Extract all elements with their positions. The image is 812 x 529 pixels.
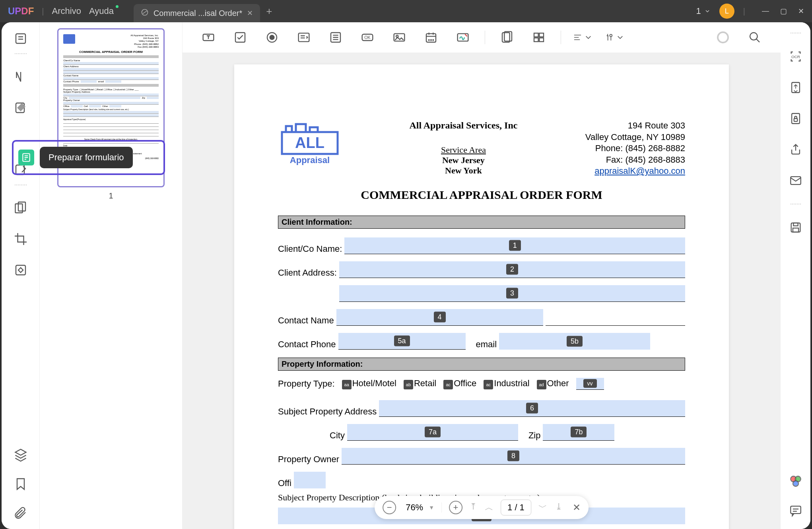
tab-file-icon [141, 8, 149, 18]
checkbox[interactable]: ab [404, 380, 413, 389]
settings-tool-icon[interactable] [605, 29, 625, 45]
label-zip: Zip [528, 430, 541, 441]
align-tool-icon[interactable] [573, 29, 593, 45]
label-client-addr: Client Address: [278, 268, 337, 278]
field-badge: 5a [394, 336, 410, 346]
layers-icon[interactable] [12, 446, 29, 463]
field-client-addr2[interactable]: 3 [339, 285, 685, 302]
logo: UPDF [8, 6, 34, 17]
tooltip-prepare-form: Preparar formulario [40, 147, 133, 168]
checkbox[interactable]: ac [484, 380, 493, 389]
field-badge: 4 [434, 312, 446, 323]
reader-tool-icon[interactable] [12, 30, 29, 47]
label-city: City [330, 430, 345, 441]
minimize-button[interactable]: — [762, 7, 769, 16]
next-page-icon[interactable]: ﹀ [538, 502, 547, 513]
tab-title: Commercial ...isal Order* [153, 9, 242, 18]
field-contact-phone[interactable]: 5a [338, 333, 466, 350]
tab-close-icon[interactable]: ✕ [247, 9, 253, 18]
field-other[interactable]: vv [576, 378, 604, 390]
field-zip[interactable]: 7b [543, 424, 614, 441]
maximize-button[interactable]: ▢ [780, 7, 787, 16]
left-toolbar-bottom [12, 446, 29, 522]
email-link[interactable]: appraisalK@yahoo.con [594, 166, 685, 176]
field-client-addr1[interactable]: 2 [339, 261, 685, 278]
comment-panel-icon[interactable] [788, 503, 804, 519]
dropdown-tool-icon[interactable] [294, 29, 314, 45]
attachment-icon[interactable] [12, 505, 29, 522]
protect-icon[interactable] [788, 111, 804, 126]
field-offi[interactable] [294, 472, 326, 488]
field-contact-email[interactable]: 5b [499, 333, 650, 350]
tools-icon[interactable] [12, 262, 29, 278]
search-icon[interactable] [745, 29, 765, 45]
email-icon[interactable] [788, 173, 804, 189]
color-logo-icon[interactable] [788, 473, 804, 489]
prev-page-icon[interactable]: ︿ [485, 502, 493, 513]
first-page-icon[interactable]: ⤒ [470, 502, 477, 513]
image-field-tool-icon[interactable] [389, 29, 409, 45]
share-icon[interactable] [788, 142, 804, 158]
close-zoom-bar[interactable]: ✕ [573, 502, 581, 513]
svg-point-36 [431, 40, 431, 41]
svg-rect-59 [794, 119, 797, 121]
field-client-name[interactable]: 1 [344, 237, 685, 254]
save-icon[interactable] [788, 220, 804, 235]
button-tool-icon[interactable]: OK [357, 29, 377, 45]
field-owner[interactable]: 8 [342, 448, 685, 465]
svg-rect-31 [426, 34, 436, 42]
grid-tool-icon[interactable] [529, 29, 549, 45]
zoom-bar: − 76% ▼ + ⤒ ︿ 1 / 1 ﹀ ⤓ ✕ [375, 496, 589, 519]
radio-tool-icon[interactable] [262, 29, 282, 45]
svg-text:ALL: ALL [295, 134, 324, 151]
document-container[interactable]: ALL Appraisal All Appraisal Services, In… [183, 53, 781, 529]
field-contact-name[interactable]: 4 [336, 309, 543, 326]
field-subj-addr[interactable]: 6 [379, 400, 685, 417]
tab[interactable]: Commercial ...isal Order* ✕ [134, 4, 260, 22]
fax: Fax: (845) 268-8883 [585, 154, 685, 166]
text-field-tool-icon[interactable] [198, 29, 218, 45]
separator [15, 185, 27, 185]
record-icon[interactable] [713, 29, 733, 45]
field-badge: vv [583, 379, 597, 388]
chevron-down-icon [616, 31, 625, 44]
bookmark-icon[interactable] [12, 476, 29, 492]
field-badge: 5b [567, 336, 583, 346]
page-indicator[interactable]: 1 [696, 6, 711, 16]
svg-text:OCR: OCR [791, 54, 800, 59]
checkbox-tool-icon[interactable] [230, 29, 250, 45]
label-other: Other [547, 378, 569, 388]
avatar[interactable]: L [719, 4, 734, 19]
checkbox[interactable]: ac [443, 380, 453, 389]
crop-tool-icon[interactable] [12, 231, 29, 247]
pdf-page: ALL Appraisal All Appraisal Services, In… [234, 64, 729, 529]
signature-tool-icon[interactable] [453, 29, 473, 45]
menu-help[interactable]: Ayuda [89, 6, 114, 16]
field-city[interactable]: 7a [347, 424, 518, 441]
titlebar-right: 1 L | — ▢ ✕ [696, 4, 804, 19]
organize-pages-icon[interactable] [12, 200, 29, 216]
separator [485, 31, 485, 44]
close-button[interactable]: ✕ [798, 7, 804, 16]
date-field-tool-icon[interactable] [421, 29, 441, 45]
section-property-info: Property Information: [278, 358, 685, 371]
page-count: 1 [696, 6, 701, 16]
convert-icon[interactable] [788, 80, 804, 95]
last-page-icon[interactable]: ⤓ [555, 502, 562, 513]
tab-add-button[interactable]: + [260, 5, 278, 18]
menu-file[interactable]: Archivo [52, 6, 81, 16]
zoom-value[interactable]: 76% ▼ [403, 502, 442, 513]
prepare-form-icon[interactable] [18, 150, 34, 165]
edit-tool-icon[interactable] [12, 99, 29, 116]
separator [791, 33, 801, 33]
zoom-out-button[interactable]: − [383, 501, 396, 514]
checkbox[interactable]: aa [342, 380, 352, 389]
listbox-tool-icon[interactable] [326, 29, 346, 45]
form-recognition-icon[interactable] [497, 29, 517, 45]
label-industrial: Industrial [494, 378, 529, 388]
comment-tool-icon[interactable] [12, 68, 29, 85]
checkbox[interactable]: ad [537, 380, 546, 389]
page-input[interactable]: 1 / 1 [501, 500, 531, 515]
zoom-in-button[interactable]: + [449, 501, 462, 514]
ocr-icon[interactable]: OCR [788, 49, 804, 64]
